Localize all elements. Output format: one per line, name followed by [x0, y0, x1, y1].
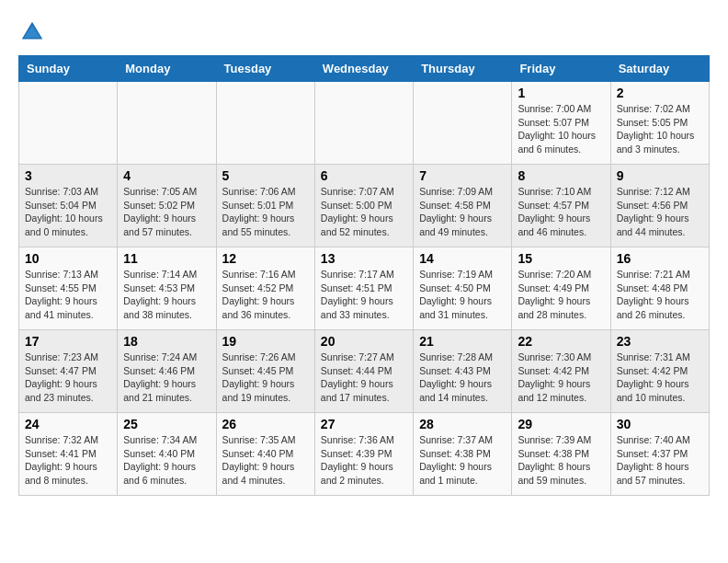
day-info: Sunrise: 7:06 AM Sunset: 5:01 PM Dayligh… [222, 185, 309, 239]
day-info: Sunrise: 7:39 AM Sunset: 4:38 PM Dayligh… [518, 433, 604, 488]
day-number: 6 [321, 168, 407, 183]
day-number: 24 [25, 417, 111, 431]
day-info: Sunrise: 7:02 AM Sunset: 5:05 PM Dayligh… [617, 102, 703, 156]
calendar-cell: 22Sunrise: 7:30 AM Sunset: 4:42 PM Dayli… [512, 330, 610, 413]
logo-icon [18, 18, 46, 46]
day-number: 20 [321, 334, 407, 349]
column-header-friday: Friday [512, 56, 610, 82]
day-info: Sunrise: 7:19 AM Sunset: 4:50 PM Dayligh… [419, 268, 506, 322]
calendar-cell: 10Sunrise: 7:13 AM Sunset: 4:55 PM Dayli… [19, 247, 118, 330]
calendar-cell: 16Sunrise: 7:21 AM Sunset: 4:48 PM Dayli… [610, 247, 709, 330]
page-header [18, 18, 710, 46]
day-info: Sunrise: 7:14 AM Sunset: 4:53 PM Dayligh… [123, 268, 210, 322]
calendar-cell: 13Sunrise: 7:17 AM Sunset: 4:51 PM Dayli… [314, 247, 413, 330]
calendar-cell: 28Sunrise: 7:37 AM Sunset: 4:38 PM Dayli… [414, 413, 512, 496]
day-number: 4 [123, 168, 210, 183]
day-number: 17 [25, 334, 111, 349]
week-row-1: 1Sunrise: 7:00 AM Sunset: 5:07 PM Daylig… [19, 82, 710, 165]
column-header-sunday: Sunday [19, 56, 118, 82]
header-row: SundayMondayTuesdayWednesdayThursdayFrid… [19, 56, 710, 82]
day-info: Sunrise: 7:27 AM Sunset: 4:44 PM Dayligh… [321, 350, 407, 405]
day-info: Sunrise: 7:36 AM Sunset: 4:39 PM Dayligh… [321, 433, 407, 488]
day-number: 27 [321, 417, 407, 431]
day-info: Sunrise: 7:28 AM Sunset: 4:43 PM Dayligh… [419, 350, 506, 405]
calendar-cell [118, 82, 216, 165]
calendar-cell: 5Sunrise: 7:06 AM Sunset: 5:01 PM Daylig… [216, 165, 314, 247]
day-info: Sunrise: 7:13 AM Sunset: 4:55 PM Dayligh… [25, 268, 111, 322]
day-info: Sunrise: 7:10 AM Sunset: 4:57 PM Dayligh… [518, 185, 604, 239]
calendar-header: SundayMondayTuesdayWednesdayThursdayFrid… [19, 56, 710, 82]
day-number: 5 [222, 168, 309, 183]
column-header-saturday: Saturday [610, 56, 709, 82]
calendar-cell: 30Sunrise: 7:40 AM Sunset: 4:37 PM Dayli… [610, 413, 709, 496]
day-number: 13 [321, 251, 407, 266]
calendar-cell: 19Sunrise: 7:26 AM Sunset: 4:45 PM Dayli… [216, 330, 314, 413]
calendar-cell: 15Sunrise: 7:20 AM Sunset: 4:49 PM Dayli… [512, 247, 610, 330]
day-number: 18 [123, 334, 210, 349]
day-number: 14 [419, 251, 506, 266]
calendar-cell: 7Sunrise: 7:09 AM Sunset: 4:58 PM Daylig… [414, 165, 512, 247]
calendar-cell: 12Sunrise: 7:16 AM Sunset: 4:52 PM Dayli… [216, 247, 314, 330]
day-number: 23 [617, 334, 703, 349]
calendar-cell: 8Sunrise: 7:10 AM Sunset: 4:57 PM Daylig… [512, 165, 610, 247]
calendar-cell: 29Sunrise: 7:39 AM Sunset: 4:38 PM Dayli… [512, 413, 610, 496]
day-number: 11 [123, 251, 210, 266]
column-header-tuesday: Tuesday [216, 56, 314, 82]
day-number: 7 [419, 168, 506, 183]
day-number: 29 [518, 417, 604, 431]
logo [18, 18, 50, 46]
day-info: Sunrise: 7:21 AM Sunset: 4:48 PM Dayligh… [617, 268, 703, 322]
calendar-cell: 4Sunrise: 7:05 AM Sunset: 5:02 PM Daylig… [118, 165, 216, 247]
day-info: Sunrise: 7:16 AM Sunset: 4:52 PM Dayligh… [222, 268, 309, 322]
day-number: 1 [518, 86, 604, 100]
day-number: 3 [25, 168, 111, 183]
day-number: 10 [25, 251, 111, 266]
day-info: Sunrise: 7:37 AM Sunset: 4:38 PM Dayligh… [419, 433, 506, 488]
calendar-cell: 17Sunrise: 7:23 AM Sunset: 4:47 PM Dayli… [19, 330, 118, 413]
calendar-cell: 20Sunrise: 7:27 AM Sunset: 4:44 PM Dayli… [314, 330, 413, 413]
day-info: Sunrise: 7:05 AM Sunset: 5:02 PM Dayligh… [123, 185, 210, 239]
calendar-cell: 25Sunrise: 7:34 AM Sunset: 4:40 PM Dayli… [118, 413, 216, 496]
day-number: 12 [222, 251, 309, 266]
calendar-cell [314, 82, 413, 165]
day-info: Sunrise: 7:12 AM Sunset: 4:56 PM Dayligh… [617, 185, 703, 239]
calendar-cell: 3Sunrise: 7:03 AM Sunset: 5:04 PM Daylig… [19, 165, 118, 247]
day-number: 26 [222, 417, 309, 431]
week-row-2: 3Sunrise: 7:03 AM Sunset: 5:04 PM Daylig… [19, 165, 710, 247]
calendar-cell [19, 82, 118, 165]
calendar-cell: 21Sunrise: 7:28 AM Sunset: 4:43 PM Dayli… [414, 330, 512, 413]
day-number: 19 [222, 334, 309, 349]
day-number: 2 [617, 86, 703, 100]
calendar-cell: 24Sunrise: 7:32 AM Sunset: 4:41 PM Dayli… [19, 413, 118, 496]
day-info: Sunrise: 7:23 AM Sunset: 4:47 PM Dayligh… [25, 350, 111, 405]
day-info: Sunrise: 7:32 AM Sunset: 4:41 PM Dayligh… [25, 433, 111, 488]
calendar-body: 1Sunrise: 7:00 AM Sunset: 5:07 PM Daylig… [19, 82, 710, 496]
calendar-cell: 23Sunrise: 7:31 AM Sunset: 4:42 PM Dayli… [610, 330, 709, 413]
day-number: 9 [617, 168, 703, 183]
day-info: Sunrise: 7:24 AM Sunset: 4:46 PM Dayligh… [123, 350, 210, 405]
day-info: Sunrise: 7:17 AM Sunset: 4:51 PM Dayligh… [321, 268, 407, 322]
column-header-thursday: Thursday [414, 56, 512, 82]
calendar-cell: 27Sunrise: 7:36 AM Sunset: 4:39 PM Dayli… [314, 413, 413, 496]
day-number: 25 [123, 417, 210, 431]
week-row-5: 24Sunrise: 7:32 AM Sunset: 4:41 PM Dayli… [19, 413, 710, 496]
day-number: 16 [617, 251, 703, 266]
day-number: 21 [419, 334, 506, 349]
day-number: 8 [518, 168, 604, 183]
day-number: 30 [617, 417, 703, 431]
calendar-cell: 9Sunrise: 7:12 AM Sunset: 4:56 PM Daylig… [610, 165, 709, 247]
day-number: 15 [518, 251, 604, 266]
calendar-table: SundayMondayTuesdayWednesdayThursdayFrid… [18, 55, 710, 496]
calendar-cell [414, 82, 512, 165]
day-info: Sunrise: 7:26 AM Sunset: 4:45 PM Dayligh… [222, 350, 309, 405]
day-info: Sunrise: 7:31 AM Sunset: 4:42 PM Dayligh… [617, 350, 703, 405]
week-row-4: 17Sunrise: 7:23 AM Sunset: 4:47 PM Dayli… [19, 330, 710, 413]
calendar-cell [216, 82, 314, 165]
day-info: Sunrise: 7:00 AM Sunset: 5:07 PM Dayligh… [518, 102, 604, 156]
day-info: Sunrise: 7:40 AM Sunset: 4:37 PM Dayligh… [617, 433, 703, 488]
week-row-3: 10Sunrise: 7:13 AM Sunset: 4:55 PM Dayli… [19, 247, 710, 330]
day-info: Sunrise: 7:09 AM Sunset: 4:58 PM Dayligh… [419, 185, 506, 239]
day-info: Sunrise: 7:07 AM Sunset: 5:00 PM Dayligh… [321, 185, 407, 239]
calendar-cell: 18Sunrise: 7:24 AM Sunset: 4:46 PM Dayli… [118, 330, 216, 413]
day-info: Sunrise: 7:20 AM Sunset: 4:49 PM Dayligh… [518, 268, 604, 322]
